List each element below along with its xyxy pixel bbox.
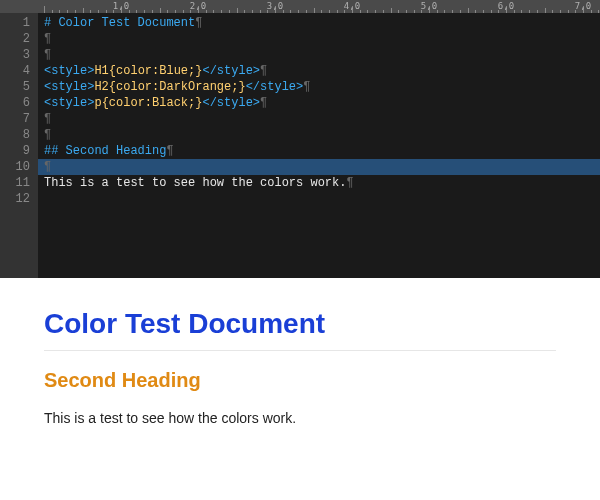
ruler-label: 7,0: [575, 1, 591, 11]
line-number: 8: [0, 127, 30, 143]
pilcrow-icon: ¶: [44, 128, 51, 142]
pilcrow-icon: ¶: [44, 48, 51, 62]
html-tag-token: <style>: [44, 64, 94, 78]
line-number: 12: [0, 191, 30, 207]
ruler-label: 3,0: [267, 1, 283, 11]
line-number: 5: [0, 79, 30, 95]
code-line[interactable]: # Color Test Document¶: [44, 15, 600, 31]
markdown-heading-token: ## Second Heading: [44, 144, 166, 158]
ruler-label: 1,0: [113, 1, 129, 11]
code-line[interactable]: <style>H1{color:Blue;}</style>¶: [44, 63, 600, 79]
ruler: 1,02,03,04,05,06,07,0: [0, 0, 600, 13]
line-number: 3: [0, 47, 30, 63]
code-line[interactable]: [44, 191, 600, 207]
code-line[interactable]: This is a test to see how the colors wor…: [44, 175, 600, 191]
pilcrow-icon: ¶: [303, 80, 310, 94]
css-selector-token: H1: [94, 64, 108, 78]
preview-paragraph: This is a test to see how the colors wor…: [44, 410, 556, 426]
code-area[interactable]: # Color Test Document¶ ¶ ¶ <style>H1{col…: [38, 13, 600, 278]
code-line[interactable]: <style>H2{color:DarkOrange;}</style>¶: [44, 79, 600, 95]
line-number: 6: [0, 95, 30, 111]
line-number: 10: [0, 159, 30, 175]
css-rule-token: {color:Blue;}: [109, 64, 203, 78]
pilcrow-icon: ¶: [346, 176, 353, 190]
preview-pane: Color Test Document Second Heading This …: [0, 278, 600, 500]
line-number: 11: [0, 175, 30, 191]
line-number: 7: [0, 111, 30, 127]
ruler-label: 5,0: [421, 1, 437, 11]
code-line[interactable]: ¶: [44, 47, 600, 63]
ruler-label: 6,0: [498, 1, 514, 11]
css-selector-token: H2: [94, 80, 108, 94]
ruler-marks: 1,02,03,04,05,06,07,0: [44, 0, 600, 13]
html-tag-token: <style>: [44, 96, 94, 110]
code-line[interactable]: ## Second Heading¶: [44, 143, 600, 159]
pilcrow-icon: ¶: [44, 112, 51, 126]
line-number: 9: [0, 143, 30, 159]
pilcrow-icon: ¶: [195, 16, 202, 30]
pilcrow-icon: ¶: [44, 160, 51, 174]
pilcrow-icon: ¶: [44, 32, 51, 46]
code-line[interactable]: <style>p{color:Black;}</style>¶: [44, 95, 600, 111]
css-selector-token: p: [94, 96, 101, 110]
css-rule-token: {color:DarkOrange;}: [109, 80, 246, 94]
pilcrow-icon: ¶: [166, 144, 173, 158]
markdown-heading-token: # Color Test Document: [44, 16, 195, 30]
pilcrow-icon: ¶: [260, 96, 267, 110]
line-number-gutter: 123456789101112: [0, 13, 38, 278]
html-tag-token: </style>: [202, 64, 260, 78]
preview-h2: Second Heading: [44, 369, 556, 392]
css-rule-token: {color:Black;}: [102, 96, 203, 110]
html-tag-token: </style>: [246, 80, 304, 94]
plain-text-token: This is a test to see how the colors wor…: [44, 176, 346, 190]
ruler-label: 4,0: [344, 1, 360, 11]
line-number: 4: [0, 63, 30, 79]
code-line[interactable]: ¶: [44, 111, 600, 127]
line-number: 2: [0, 31, 30, 47]
code-line[interactable]: ¶: [44, 127, 600, 143]
ruler-label: 2,0: [190, 1, 206, 11]
line-number: 1: [0, 15, 30, 31]
code-editor[interactable]: 123456789101112 # Color Test Document¶ ¶…: [0, 13, 600, 278]
preview-h1: Color Test Document: [44, 308, 556, 340]
code-line[interactable]: ¶: [44, 31, 600, 47]
preview-divider: [44, 350, 556, 351]
pilcrow-icon: ¶: [260, 64, 267, 78]
code-line-selected[interactable]: ¶: [38, 159, 600, 175]
html-tag-token: </style>: [202, 96, 260, 110]
html-tag-token: <style>: [44, 80, 94, 94]
